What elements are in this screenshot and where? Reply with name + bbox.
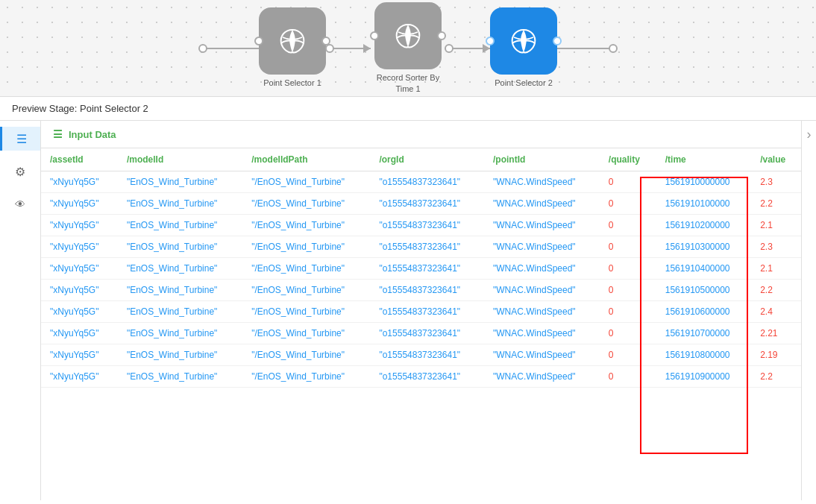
node3-port-right	[553, 37, 562, 45]
cell-value: 2.2	[751, 280, 801, 301]
cell-pointid: "WNAC.WindSpeed"	[484, 344, 600, 366]
table-header-row: /assetId /modelId /modelIdPath /orgId /p…	[41, 148, 801, 171]
cell-quality: 0	[600, 280, 656, 301]
cell-quality: 0	[600, 171, 656, 193]
pipeline: Point Selector 1 Record Sorter By Time 1	[199, 2, 617, 94]
cell-pointid: "WNAC.WindSpeed"	[484, 301, 600, 323]
cell-assetid: "xNyuYq5G"	[41, 344, 118, 366]
node3-label: Point Selector 2	[495, 78, 553, 88]
cell-modelidpath: "/EnOS_Wind_Turbine"	[242, 344, 370, 366]
table-row: "xNyuYq5G""EnOS_Wind_Turbine""/EnOS_Wind…	[41, 258, 801, 280]
cell-value: 2.1	[751, 215, 801, 236]
table-row: "xNyuYq5G""EnOS_Wind_Turbine""/EnOS_Wind…	[41, 301, 801, 323]
cell-orgid: "o15554837323641"	[370, 215, 484, 236]
col-assetid[interactable]: /assetId	[41, 148, 118, 171]
node-record-sorter[interactable]: Record Sorter By Time 1	[371, 2, 445, 94]
col-value[interactable]: /value	[751, 148, 801, 171]
data-table: /assetId /modelId /modelIdPath /orgId /p…	[41, 148, 801, 388]
cell-time: 1561910800000	[656, 344, 751, 366]
cell-assetid: "xNyuYq5G"	[41, 366, 118, 388]
table-row: "xNyuYq5G""EnOS_Wind_Turbine""/EnOS_Wind…	[41, 215, 801, 236]
list-sidebar-icon[interactable]: ☰	[0, 127, 40, 151]
preview-bar: Preview Stage: Point Selector 2	[0, 97, 816, 121]
cell-modelidpath: "/EnOS_Wind_Turbine"	[242, 301, 370, 323]
cell-orgid: "o15554837323641"	[370, 171, 484, 193]
cell-time: 1561910500000	[656, 280, 751, 301]
cell-value: 2.19	[751, 344, 801, 366]
table-row: "xNyuYq5G""EnOS_Wind_Turbine""/EnOS_Wind…	[41, 193, 801, 215]
sidebar: ☰ ⚙ 👁	[0, 121, 41, 500]
cell-assetid: "xNyuYq5G"	[41, 215, 118, 236]
cell-time: 1561910200000	[656, 215, 751, 236]
settings-icon: ⚙	[15, 165, 25, 179]
cell-pointid: "WNAC.WindSpeed"	[484, 366, 600, 388]
cell-orgid: "o15554837323641"	[370, 236, 484, 258]
cell-time: 1561910700000	[656, 323, 751, 344]
node2-port-left	[370, 31, 379, 40]
cell-quality: 0	[600, 323, 656, 344]
cell-quality: 0	[600, 344, 656, 366]
cell-pointid: "WNAC.WindSpeed"	[484, 280, 600, 301]
data-header: ☰ Input Data	[41, 121, 801, 148]
col-orgid[interactable]: /orgId	[370, 148, 484, 171]
cell-modelid: "EnOS_Wind_Turbine"	[118, 366, 242, 388]
cell-time: 1561910900000	[656, 366, 751, 388]
cell-pointid: "WNAC.WindSpeed"	[484, 236, 600, 258]
col-quality[interactable]: /quality	[600, 148, 656, 171]
input-data-label: Input Data	[69, 129, 116, 140]
cell-quality: 0	[600, 301, 656, 323]
cell-pointid: "WNAC.WindSpeed"	[484, 193, 600, 215]
table-row: "xNyuYq5G""EnOS_Wind_Turbine""/EnOS_Wind…	[41, 323, 801, 344]
cell-modelidpath: "/EnOS_Wind_Turbine"	[242, 366, 370, 388]
cell-value: 2.3	[751, 236, 801, 258]
table-row: "xNyuYq5G""EnOS_Wind_Turbine""/EnOS_Wind…	[41, 236, 801, 258]
cell-modelidpath: "/EnOS_Wind_Turbine"	[242, 258, 370, 280]
cell-modelidpath: "/EnOS_Wind_Turbine"	[242, 323, 370, 344]
cell-modelid: "EnOS_Wind_Turbine"	[118, 171, 242, 193]
table-container: /assetId /modelId /modelIdPath /orgId /p…	[41, 148, 801, 500]
main-content: ☰ ⚙ 👁 ☰ Input Data /assetId /modelId	[0, 121, 816, 500]
cell-assetid: "xNyuYq5G"	[41, 236, 118, 258]
cell-modelid: "EnOS_Wind_Turbine"	[118, 323, 242, 344]
right-edge-icon[interactable]: ›	[807, 127, 812, 142]
cell-orgid: "o15554837323641"	[370, 301, 484, 323]
cell-modelid: "EnOS_Wind_Turbine"	[118, 301, 242, 323]
cell-modelidpath: "/EnOS_Wind_Turbine"	[242, 280, 370, 301]
cell-value: 2.3	[751, 171, 801, 193]
settings-sidebar-icon[interactable]: ⚙	[8, 160, 32, 183]
canvas-area: Point Selector 1 Record Sorter By Time 1	[0, 0, 816, 97]
cell-value: 2.21	[751, 323, 801, 344]
cell-assetid: "xNyuYq5G"	[41, 171, 118, 193]
col-time[interactable]: /time	[656, 148, 751, 171]
cell-assetid: "xNyuYq5G"	[41, 193, 118, 215]
cell-time: 1561910100000	[656, 193, 751, 215]
cell-orgid: "o15554837323641"	[370, 366, 484, 388]
cell-orgid: "o15554837323641"	[370, 258, 484, 280]
node3-port-left	[486, 37, 495, 45]
node2-label: Record Sorter By Time 1	[371, 72, 445, 94]
table-row: "xNyuYq5G""EnOS_Wind_Turbine""/EnOS_Wind…	[41, 280, 801, 301]
cell-value: 2.1	[751, 258, 801, 280]
cell-assetid: "xNyuYq5G"	[41, 258, 118, 280]
col-pointid[interactable]: /pointId	[484, 148, 600, 171]
node-point-selector-1[interactable]: Point Selector 1	[259, 7, 326, 88]
cell-time: 1561910300000	[656, 236, 751, 258]
preview-label: Preview Stage: Point Selector 2	[12, 103, 148, 114]
table-row: "xNyuYq5G""EnOS_Wind_Turbine""/EnOS_Wind…	[41, 344, 801, 366]
eye-icon: 👁	[15, 198, 25, 210]
node-point-selector-2[interactable]: Point Selector 2	[490, 7, 557, 88]
node2-port-right	[437, 31, 446, 40]
eye-sidebar-icon[interactable]: 👁	[8, 192, 32, 216]
col-modelid[interactable]: /modelId	[118, 148, 242, 171]
cell-orgid: "o15554837323641"	[370, 280, 484, 301]
col-modelidpath[interactable]: /modelIdPath	[242, 148, 370, 171]
cell-value: 2.2	[751, 366, 801, 388]
table-row: "xNyuYq5G""EnOS_Wind_Turbine""/EnOS_Wind…	[41, 366, 801, 388]
cell-modelidpath: "/EnOS_Wind_Turbine"	[242, 236, 370, 258]
list-icon: ☰	[16, 132, 27, 146]
cell-modelidpath: "/EnOS_Wind_Turbine"	[242, 193, 370, 215]
node1-port-left	[254, 37, 263, 45]
cell-modelid: "EnOS_Wind_Turbine"	[118, 280, 242, 301]
cell-quality: 0	[600, 258, 656, 280]
node1-label: Point Selector 1	[263, 78, 321, 88]
